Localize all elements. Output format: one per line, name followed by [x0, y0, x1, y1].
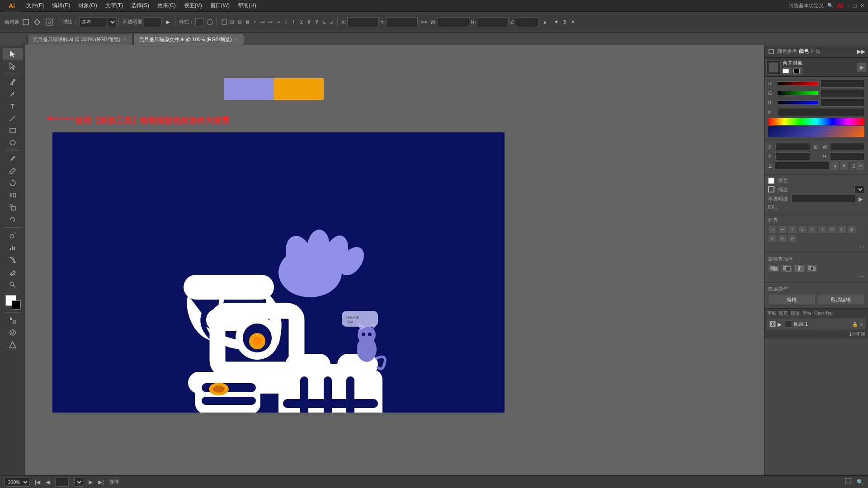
layer-tab-opentype[interactable]: OpenTyp	[814, 310, 833, 317]
rp-label-color-active[interactable]: 颜色	[799, 48, 809, 55]
window-minimize[interactable]: ─	[847, 3, 850, 9]
stroke-select[interactable]	[108, 17, 117, 27]
layer-tab-layers[interactable]: 图层	[779, 310, 788, 317]
tool-extra-2[interactable]	[3, 327, 23, 338]
align-icon-12[interactable]: ⊼	[305, 17, 312, 27]
h-input-rp[interactable]: 306.595	[830, 152, 865, 160]
tool-ellipse[interactable]	[3, 137, 23, 149]
tool-zoom[interactable]	[3, 278, 23, 290]
align-icon-2[interactable]: ⊞	[228, 17, 236, 27]
distribute-top[interactable]: ⊫	[768, 235, 777, 243]
align-icon-13[interactable]: ⊽	[313, 17, 320, 27]
menu-help[interactable]: 帮助(H)	[234, 1, 260, 10]
tool-line[interactable]	[3, 113, 23, 124]
layer-tab-paragraph[interactable]: 段落	[791, 310, 800, 317]
layer-target[interactable]: ⊙	[859, 322, 863, 327]
tool-symbol-sprayer[interactable]	[3, 230, 23, 241]
tool-pencil[interactable]	[3, 165, 23, 177]
angle-up-rp[interactable]: ▲	[831, 162, 839, 170]
tool-paintbrush[interactable]	[3, 153, 23, 164]
tool-rotate[interactable]	[3, 177, 23, 189]
search-btn-status[interactable]: 🔍	[857, 479, 863, 485]
tool-extra-3[interactable]	[3, 339, 23, 351]
align-icon-1[interactable]	[221, 17, 228, 27]
color-swatch-white[interactable]	[793, 67, 802, 75]
search-icon[interactable]: 🔍	[827, 3, 834, 9]
page-input[interactable]: 2	[55, 478, 69, 487]
rp-icon-1[interactable]	[767, 47, 775, 56]
opacity-arrow[interactable]: ▶	[163, 17, 173, 27]
align-icon-10[interactable]: ⊺	[290, 17, 297, 27]
menu-object[interactable]: 对象(O)	[75, 1, 100, 10]
pf-exclude[interactable]	[806, 264, 818, 272]
align-icon-4[interactable]: ⊠	[244, 17, 251, 27]
menu-file[interactable]: 文件(F)	[23, 1, 47, 10]
r-slider[interactable]	[777, 81, 819, 86]
align-bottom[interactable]: ⊧	[818, 225, 827, 234]
distribute-right[interactable]: ⊪	[848, 225, 857, 234]
opacity-input-rp[interactable]: 100%	[792, 195, 855, 203]
angle-input[interactable]: 183.7°	[516, 17, 538, 27]
fill-swatch[interactable]	[768, 178, 774, 184]
rp-label-appearance[interactable]: 外观	[811, 48, 821, 55]
align-icon-8[interactable]: ⊸	[274, 17, 282, 27]
layer-lock[interactable]: 🔒	[852, 322, 858, 327]
y-input-rp[interactable]: 1757.063	[775, 152, 810, 160]
tool-extra-1[interactable]	[3, 314, 23, 326]
window-close[interactable]: ✕	[860, 3, 864, 9]
tool-direct-select[interactable]	[3, 60, 23, 72]
b-slider[interactable]	[777, 100, 819, 105]
align-top[interactable]: ⊥	[798, 225, 807, 234]
angle-arrow-down[interactable]: ▼	[551, 17, 561, 27]
rp-expand-btn[interactable]: ▶	[857, 63, 866, 72]
background-color[interactable]	[12, 300, 21, 310]
tool-slice[interactable]	[3, 254, 23, 266]
menu-window[interactable]: 窗口(W)	[207, 1, 233, 10]
tool-select[interactable]	[3, 48, 23, 60]
window-maximize[interactable]: □	[854, 3, 857, 9]
pf-unite[interactable]	[768, 264, 780, 272]
angle-arrow-up[interactable]: ▲	[540, 17, 550, 27]
align-center-h[interactable]: ⊢	[778, 225, 787, 234]
nav-next[interactable]: ▶	[89, 479, 93, 485]
tab-2[interactable]: 元旦是只猫源文件.ai @ 100% (RGB/预览) ✕	[133, 34, 244, 45]
layer-tab-char[interactable]: 字符	[802, 310, 811, 317]
align-icon-5[interactable]: ≡	[251, 17, 259, 27]
x-input[interactable]: 1376.349	[347, 17, 379, 27]
tool-scale[interactable]	[3, 202, 23, 213]
h-input[interactable]: 306.595	[477, 17, 509, 27]
stroke-input[interactable]	[79, 17, 106, 27]
layer-tab-artboard[interactable]: 画板	[767, 310, 776, 317]
align-icon-3[interactable]: ⊟	[236, 17, 243, 27]
distribute-bottom[interactable]: ⊭	[788, 235, 797, 243]
tool-column-graph[interactable]	[3, 242, 23, 253]
menu-effect[interactable]: 效果(C)	[154, 1, 179, 10]
pf-minus[interactable]	[781, 264, 793, 272]
align-center-v[interactable]: ⊦	[808, 225, 817, 234]
tool-add-anchor[interactable]	[3, 88, 23, 100]
y-input[interactable]: 1757.063	[386, 17, 418, 27]
menu-view[interactable]: 视图(V)	[180, 1, 206, 10]
g-slider[interactable]	[777, 91, 819, 95]
layer-expand[interactable]: ▶	[778, 321, 783, 327]
nav-end[interactable]: ▶|	[98, 479, 104, 485]
b-input[interactable]	[821, 99, 865, 107]
canvas-area[interactable]: 使用【矩形工具】绘制深蓝色矩形作为背景	[25, 45, 764, 475]
align-icon-11[interactable]: ⊻	[297, 17, 305, 27]
tool-rect[interactable]	[3, 125, 23, 136]
link-icon-rp[interactable]: ⊞	[814, 144, 821, 150]
cancel-edit-btn[interactable]: 取消编辑	[817, 294, 865, 305]
edit-btn[interactable]: 编辑	[768, 294, 816, 305]
hex-input[interactable]	[777, 108, 864, 116]
menu-text[interactable]: 文字(T)	[102, 1, 127, 10]
tab-1[interactable]: 元旦是只猫讲解.ai @ 300% (RGB/预览) ✕	[27, 34, 132, 45]
menu-select[interactable]: 选择(S)	[127, 1, 153, 10]
layer-visibility[interactable]	[769, 321, 776, 327]
r-input[interactable]	[821, 80, 865, 88]
x-input-rp[interactable]: 1376.349	[775, 143, 810, 151]
pf-intersect[interactable]	[793, 264, 805, 272]
toolbar-btn-1[interactable]	[21, 17, 31, 27]
nav-start[interactable]: |◀	[35, 479, 40, 485]
opacity-input[interactable]: 100%	[144, 17, 162, 27]
align-icon-6[interactable]: ⊶	[259, 17, 266, 27]
